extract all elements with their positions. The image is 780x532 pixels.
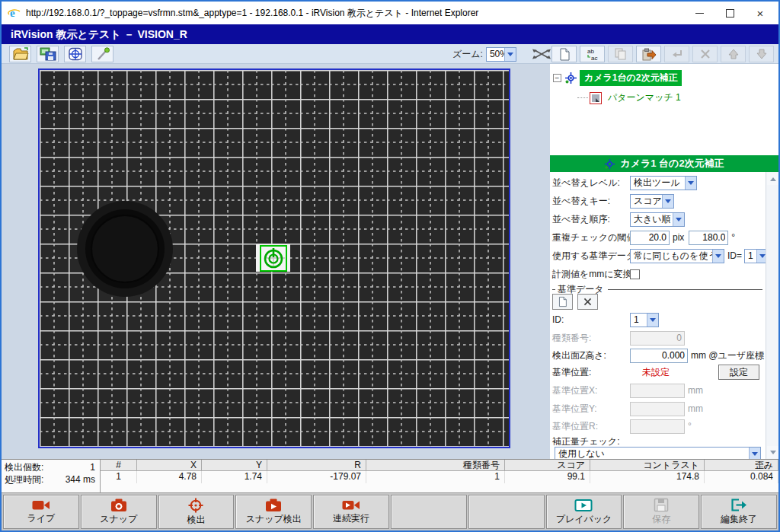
open-image-button[interactable]: [9, 46, 31, 62]
ref-x-input: [630, 384, 685, 398]
col-header: Y: [202, 460, 267, 471]
svg-text:ac: ac: [591, 55, 597, 61]
svg-text:e: e: [10, 7, 15, 19]
result-cell: -179.07: [267, 471, 366, 483]
convert-mm-checkbox[interactable]: [630, 269, 640, 279]
tree-child-label[interactable]: パターンマッチ 1: [605, 90, 684, 106]
vision-tree: − カメラ1台の2次元補正 パターンマッチ 1: [550, 64, 778, 155]
new-tool-button[interactable]: [551, 46, 577, 62]
result-cell: 174.8: [590, 471, 705, 483]
minimize-icon[interactable]: [684, 2, 714, 24]
scroll-down-icon[interactable]: [767, 446, 778, 458]
zoom-value: 50%: [487, 49, 504, 59]
scroll-up-icon[interactable]: [767, 173, 778, 185]
overlap-distance-input[interactable]: [630, 231, 670, 245]
found-count-label: 検出個数:: [5, 461, 43, 473]
tree-collapse-icon[interactable]: −: [553, 74, 561, 82]
overlap-angle-input[interactable]: [689, 231, 728, 245]
calib-tool-icon: [604, 158, 615, 170]
camera-image: [40, 70, 509, 447]
zoom-label: ズーム:: [452, 48, 483, 61]
status-bar: 検出個数: 1 処理時間: 344 ms # X Y R 種類番号 スコア コン…: [2, 459, 778, 492]
tool-properties: 並べ替えレベル: 検出ツール 並べ替えキー: スコア 並べ替え順序: 大きい順: [550, 172, 766, 459]
tool-header-title: カメラ1 台の2次元補正: [620, 157, 724, 170]
irvision-window: e http://192.168.0.1/?_toppage=vsfrmn.st…: [0, 0, 780, 532]
tree-node-root[interactable]: − カメラ1台の2次元補正: [553, 70, 682, 86]
ref-data-mode-value: 常に同じものを使う: [631, 250, 712, 263]
found-count-value: 1: [90, 461, 95, 473]
sort-order-select[interactable]: 大きい順: [630, 212, 685, 227]
empty-button-2: [468, 495, 545, 529]
ref-x-unit: mm: [688, 385, 703, 396]
find-button[interactable]: 検出: [158, 495, 235, 529]
maximize-icon[interactable]: [714, 2, 745, 24]
grid-setting-button[interactable]: [64, 46, 86, 62]
new-item-icon: [558, 48, 571, 61]
panel-scrollbar[interactable]: [766, 172, 778, 459]
result-cell: 1: [366, 471, 505, 483]
window-title: http://192.168.0.1/?_toppage=vsfrmn.stm&…: [26, 7, 478, 20]
snap-button[interactable]: スナップ: [81, 495, 157, 529]
col-header: R: [267, 460, 366, 471]
sort-level-select[interactable]: 検出ツール: [630, 176, 697, 190]
pointer-tool-button[interactable]: [91, 46, 113, 62]
col-header: 種類番号: [366, 460, 505, 471]
video-play-icon: [341, 499, 361, 511]
sort-key-select[interactable]: スコア: [630, 194, 674, 209]
move-down-icon: [756, 48, 768, 60]
svg-text:ab: ab: [587, 48, 594, 55]
playback-button[interactable]: プレイバック: [546, 495, 622, 529]
ref-id-select[interactable]: 1: [630, 313, 659, 327]
close-icon[interactable]: ×: [745, 2, 775, 24]
tool-panel: − カメラ1台の2次元補正 パターンマッチ 1: [550, 64, 778, 459]
ref-data-id-value: 1: [745, 250, 756, 261]
video-camera-icon: [31, 499, 51, 511]
overlap-threshold-label: 重複チェックの閾値:: [552, 231, 630, 244]
pointer-tool-icon: [94, 47, 111, 61]
fit-view-icon[interactable]: [530, 46, 553, 62]
chevron-down-icon: [685, 177, 696, 190]
ref-data-delete-button[interactable]: [577, 294, 598, 310]
z-height-input[interactable]: [630, 349, 688, 363]
rename-tool-button[interactable]: ab ac: [580, 46, 605, 62]
process-time-label: 処理時間:: [5, 473, 43, 486]
action-bar: ライブ スナップ 検出 スナップ検出: [2, 492, 778, 530]
results-header-row: # X Y R 種類番号 スコア コントラスト 歪み: [101, 460, 778, 471]
move-up-button: [721, 46, 746, 62]
sort-key-label: 並べ替えキー:: [552, 195, 630, 208]
end-edit-button[interactable]: 編集終了: [701, 495, 777, 529]
chevron-down-icon: [673, 213, 684, 226]
live-button[interactable]: ライブ: [3, 495, 79, 529]
result-cell: 1: [101, 471, 137, 483]
tree-node-pattern-match[interactable]: パターンマッチ 1: [577, 90, 684, 106]
continuous-run-button[interactable]: 連続実行: [313, 495, 389, 529]
camera-play-icon: [264, 499, 283, 512]
ref-y-label: 基準位置Y:: [552, 403, 630, 416]
save-icon: [654, 498, 669, 512]
sort-key-value: スコア: [631, 195, 662, 208]
tool-header: カメラ1 台の2次元補正: [550, 155, 778, 172]
snap-find-button[interactable]: スナップ検出: [235, 495, 312, 529]
ref-data-id-select[interactable]: 1: [744, 249, 769, 263]
sort-level-value: 検出ツール: [631, 177, 685, 190]
ref-data-new-button[interactable]: [552, 294, 573, 310]
exit-icon: [730, 498, 748, 512]
insert-icon: [670, 48, 684, 60]
set-ref-position-button[interactable]: 設定: [718, 365, 759, 380]
zoom-select[interactable]: 50%: [486, 47, 516, 62]
paste-tool-button[interactable]: [636, 46, 661, 62]
save-image-button[interactable]: [37, 46, 59, 62]
ref-r-input: [630, 419, 685, 434]
ref-y-unit: mm: [688, 403, 703, 414]
insert-tool-button: [664, 46, 689, 62]
overlap-distance-unit: pix: [673, 232, 684, 243]
col-header: #: [101, 460, 137, 471]
overlap-angle-unit: °: [731, 232, 735, 243]
tree-root-label[interactable]: カメラ1台の2次元補正: [580, 70, 682, 86]
target-icon: [187, 498, 204, 513]
ref-data-mode-select[interactable]: 常に同じものを使う: [630, 249, 724, 263]
copy-icon: [614, 48, 627, 60]
results-row[interactable]: 1 4.78 1.74 -179.07 1 99.1 174.8 0.084: [101, 471, 778, 483]
open-image-icon: [12, 47, 29, 61]
chevron-down-icon: [749, 448, 760, 460]
